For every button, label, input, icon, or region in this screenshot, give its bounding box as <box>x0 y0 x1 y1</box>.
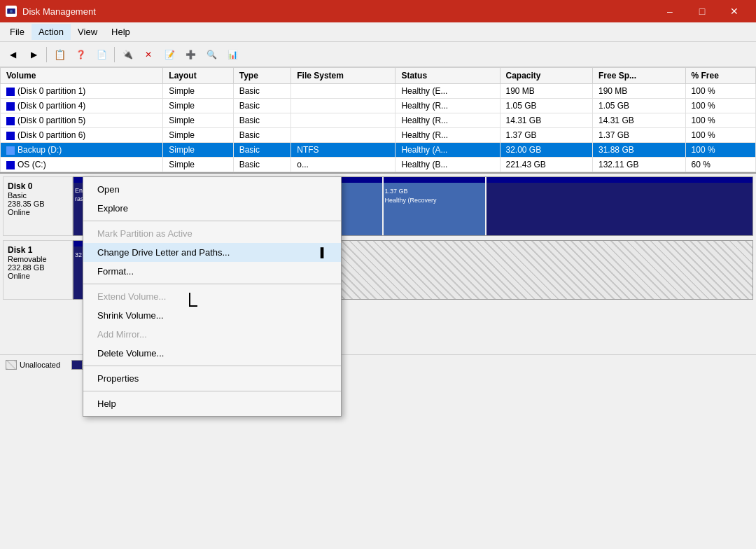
menu-file[interactable]: File <box>3 24 31 40</box>
ctx-delete[interactable]: Delete Volume... <box>83 344 341 363</box>
ctx-mark-active: Mark Partition as Active <box>83 224 341 243</box>
context-menu: Open Explore Mark Partition as Active Ch… <box>83 176 342 417</box>
cell-fs <box>291 113 396 128</box>
toolbar-list[interactable]: 📊 <box>223 45 242 64</box>
col-capacity: Capacity <box>500 68 593 84</box>
cell-volume: OS (C:) <box>1 158 163 172</box>
table-row[interactable]: (Disk 0 partition 1) Simple Basic Health… <box>1 84 756 99</box>
cell-pct: 100 % <box>685 84 755 99</box>
cell-pct: 100 % <box>685 113 755 128</box>
cell-type: Basic <box>233 128 291 143</box>
ctx-sep-1 <box>83 221 341 221</box>
disk-0-name: Disk 0 <box>8 181 68 191</box>
menu-bar: File Action View Help <box>0 22 756 42</box>
col-pctfree: % Free <box>685 68 755 84</box>
cell-status: Healthy (R... <box>396 113 500 128</box>
disk-1-label: Disk 1 Removable 232.88 GB Online <box>3 240 73 300</box>
toolbar-connect[interactable]: 🔌 <box>118 45 137 64</box>
cell-cap: 14.31 GB <box>500 113 593 128</box>
cell-cap: 1.05 GB <box>500 99 593 113</box>
toolbar-find[interactable]: 🔍 <box>202 45 221 64</box>
ctx-format[interactable]: Format... <box>83 262 341 281</box>
ctx-properties[interactable]: Properties <box>83 369 341 388</box>
svg-rect-2 <box>8 13 14 14</box>
toolbar-delete[interactable]: ✕ <box>139 45 158 64</box>
cell-free: 1.37 GB <box>593 128 686 143</box>
cell-status: Healthy (A... <box>396 143 500 158</box>
toolbar-view[interactable]: 📄 <box>92 45 111 64</box>
ctx-sep-4 <box>83 391 341 391</box>
toolbar-forward[interactable]: ▶ <box>24 45 43 64</box>
menu-help[interactable]: Help <box>104 24 137 40</box>
ctx-shrink[interactable]: Shrink Volume... <box>83 306 341 325</box>
app-icon <box>6 6 17 17</box>
menu-view[interactable]: View <box>71 24 104 40</box>
cell-free: 1.05 GB <box>593 99 686 113</box>
legend-primary-box <box>71 360 83 370</box>
cell-pct: 60 % <box>685 158 755 172</box>
disk-0-part-4[interactable]: 1.37 GB Healthy (Recovery <box>384 177 486 235</box>
svg-point-1 <box>10 10 13 13</box>
cell-cap: 190 MB <box>500 84 593 99</box>
cell-status: Healthy (R... <box>396 128 500 143</box>
cell-type: Basic <box>233 84 291 99</box>
cell-volume: (Disk 0 partition 6) <box>1 128 163 143</box>
disk-0-part-5[interactable] <box>486 177 752 235</box>
ctx-extend: Extend Volume... <box>83 287 341 306</box>
col-type: Type <box>233 68 291 84</box>
cell-layout: Simple <box>163 128 233 143</box>
cell-status: Healthy (E... <box>396 84 500 99</box>
volume-table: Volume Layout Type File System Status Ca… <box>0 67 756 172</box>
cell-pct: 100 % <box>685 143 755 158</box>
toolbar-sep-1 <box>46 47 47 62</box>
col-volume: Volume <box>1 68 163 84</box>
legend-unalloc-label: Unallocated <box>20 361 60 369</box>
table-row-selected[interactable]: Backup (D:) Simple Basic NTFS Healthy (A… <box>1 143 756 158</box>
disk-0-size: 238.35 GB <box>8 200 68 208</box>
menu-action[interactable]: Action <box>31 24 71 40</box>
toolbar-back[interactable]: ◀ <box>3 45 22 64</box>
col-filesystem: File System <box>291 68 396 84</box>
title-bar: Disk Management – □ ✕ <box>0 0 756 22</box>
ctx-sep-2 <box>83 284 341 284</box>
table-row[interactable]: (Disk 0 partition 4) Simple Basic Health… <box>1 99 756 113</box>
disk-0-label: Disk 0 Basic 238.35 GB Online <box>3 176 73 236</box>
disk-1-type: Removable <box>8 255 68 263</box>
ctx-change-drive[interactable]: Change Drive Letter and Paths... ▌ <box>83 243 341 262</box>
cell-pct: 100 % <box>685 128 755 143</box>
legend-unalloc-box <box>6 360 17 370</box>
cell-layout: Simple <box>163 84 233 99</box>
disk-0-status: Online <box>8 208 68 216</box>
cell-free: 190 MB <box>593 84 686 99</box>
col-layout: Layout <box>163 68 233 84</box>
table-row[interactable]: (Disk 0 partition 5) Simple Basic Health… <box>1 113 756 128</box>
toolbar-refresh[interactable]: 📝 <box>160 45 179 64</box>
table-row[interactable]: (Disk 0 partition 6) Simple Basic Health… <box>1 128 756 143</box>
cell-layout: Simple <box>163 99 233 113</box>
maximize-button[interactable]: □ <box>686 0 718 22</box>
cell-type: Basic <box>233 158 291 172</box>
toolbar-help[interactable]: ❓ <box>71 45 90 64</box>
minimize-button[interactable]: – <box>654 0 686 22</box>
ctx-explore[interactable]: Explore <box>83 199 341 218</box>
ctx-sep-3 <box>83 366 341 366</box>
close-button[interactable]: ✕ <box>718 0 750 22</box>
ctx-open[interactable]: Open <box>83 180 341 199</box>
cell-fs: o... <box>291 158 396 172</box>
cell-cap: 221.43 GB <box>500 158 593 172</box>
table-row[interactable]: OS (C:) Simple Basic o... Healthy (B... … <box>1 158 756 172</box>
title-bar-left: Disk Management <box>6 6 96 17</box>
cell-type: Basic <box>233 113 291 128</box>
toolbar-add[interactable]: ➕ <box>181 45 200 64</box>
disk-1-name: Disk 1 <box>8 245 68 255</box>
app-title: Disk Management <box>22 6 96 17</box>
col-free: Free Sp... <box>593 68 686 84</box>
cell-volume: (Disk 0 partition 1) <box>1 84 163 99</box>
toolbar-properties[interactable]: 📋 <box>50 45 69 64</box>
cell-volume: Backup (D:) <box>1 143 163 158</box>
cell-volume: (Disk 0 partition 4) <box>1 99 163 113</box>
cell-fs <box>291 128 396 143</box>
ctx-help[interactable]: Help <box>83 394 341 413</box>
cell-cap: 32.00 GB <box>500 143 593 158</box>
volume-table-area: Volume Layout Type File System Status Ca… <box>0 67 756 172</box>
